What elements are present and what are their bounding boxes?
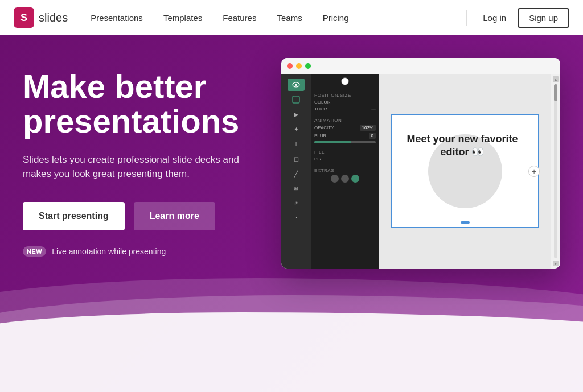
panel-row-color: COLOR [314, 100, 376, 105]
hero-section: Make better presentations Slides lets yo… [0, 35, 583, 392]
login-button[interactable]: Log in [476, 9, 513, 27]
scroll-up-btn[interactable]: ▲ [553, 76, 559, 82]
panel-divider-1 [314, 89, 376, 89]
panel-divider-2 [314, 114, 376, 114]
editor-body: ▶ ✦ T ◻ ╱ ⊞ ⇗ ⋮ POSITION/SIZE COLOR [281, 74, 560, 269]
hero-subtitle: Slides lets you create professional slid… [23, 152, 251, 181]
window-close-dot [287, 63, 293, 69]
toolbar-text-icon[interactable]: T [288, 138, 305, 150]
scroll-thumb [554, 84, 557, 101]
toolbar-arrow-icon[interactable]: ▶ [288, 108, 305, 121]
panel-section-animation: ANIMATION [314, 118, 376, 123]
add-element-button[interactable]: + [528, 166, 540, 177]
svg-point-1 [295, 84, 297, 86]
toolbar-share-icon[interactable]: ⇗ [288, 197, 305, 209]
editor-scrollbar[interactable]: ▲ ▼ [551, 74, 560, 269]
slide-text: Meet your new favorite editor 👀 [392, 133, 532, 159]
panel-row-fill: BG [314, 156, 376, 162]
nav-divider [466, 10, 467, 26]
color-swatch[interactable] [341, 77, 349, 85]
scroll-down-btn[interactable]: ▼ [553, 261, 559, 266]
extra-icon-3 [351, 175, 359, 183]
slide-canvas: Meet your new favorite editor 👀 [391, 114, 539, 228]
nav-teams[interactable]: Teams [277, 13, 302, 23]
slide-selection-handle [461, 221, 470, 224]
editor-side-panel: POSITION/SIZE COLOR TOUR ANIMATION OPACI… [311, 74, 379, 269]
window-maximize-dot [305, 63, 311, 69]
learn-more-button[interactable]: Learn more [134, 202, 215, 230]
logo-text: slides [39, 11, 68, 24]
extra-icon-1 [331, 175, 339, 183]
toolbar-icon-2[interactable] [288, 93, 305, 106]
wave-3 [0, 312, 583, 392]
navbar: S slides Presentations Templates Feature… [0, 0, 583, 35]
panel-section-fill: FILL [314, 150, 376, 155]
toolbar-more-icon[interactable]: ⋮ [288, 212, 305, 224]
toolbar-shape-icon[interactable]: ◻ [288, 152, 305, 165]
new-badge-row: NEW Live annotation while presenting [23, 246, 251, 257]
new-badge: NEW [23, 246, 46, 257]
logo-icon: S [14, 7, 34, 28]
extra-icon-2 [341, 175, 349, 183]
panel-divider-3 [314, 146, 376, 146]
wave-decoration [0, 267, 583, 392]
nav-right: Log in Sign up [462, 8, 569, 28]
panel-row-opacity: OPACITY 102% [314, 125, 376, 131]
panel-divider-4 [314, 164, 376, 164]
hero-title: Make better presentations [23, 69, 251, 139]
nav-pricing[interactable]: Pricing [323, 13, 349, 23]
opacity-slider[interactable] [314, 141, 376, 143]
toolbar-cursor-icon[interactable]: ✦ [288, 123, 305, 135]
editor-toolbar: ▶ ✦ T ◻ ╱ ⊞ ⇗ ⋮ [281, 74, 311, 269]
hero-content: Make better presentations Slides lets yo… [0, 69, 273, 257]
toolbar-image-icon[interactable]: ⊞ [288, 182, 305, 195]
panel-row-blur: BLUR 0 [314, 133, 376, 139]
editor-canvas: Meet your new favorite editor 👀 + [379, 74, 551, 269]
new-badge-label: Live annotation while presenting [52, 247, 166, 256]
nav-features[interactable]: Features [223, 13, 256, 23]
start-presenting-button[interactable]: Start presenting [23, 202, 125, 230]
svg-rect-2 [293, 96, 299, 103]
toolbar-eye-icon[interactable] [288, 79, 305, 91]
nav-presentations[interactable]: Presentations [91, 13, 143, 23]
signup-button[interactable]: Sign up [518, 8, 569, 28]
opacity-slider-fill [314, 141, 351, 143]
nav-links: Presentations Templates Features Teams P… [91, 13, 462, 23]
logo[interactable]: S slides [14, 7, 68, 28]
hero-buttons: Start presenting Learn more [23, 202, 251, 230]
panel-section-extras: EXTRAS [314, 168, 376, 173]
window-minimize-dot [296, 63, 302, 69]
editor-preview: ▶ ✦ T ◻ ╱ ⊞ ⇗ ⋮ POSITION/SIZE COLOR [281, 58, 560, 269]
panel-row-tour: TOUR [314, 106, 376, 112]
scroll-track[interactable] [554, 84, 557, 258]
editor-titlebar [281, 58, 560, 74]
nav-templates[interactable]: Templates [163, 13, 202, 23]
toolbar-line-icon[interactable]: ╱ [288, 167, 305, 180]
panel-section-position: POSITION/SIZE [314, 93, 376, 98]
